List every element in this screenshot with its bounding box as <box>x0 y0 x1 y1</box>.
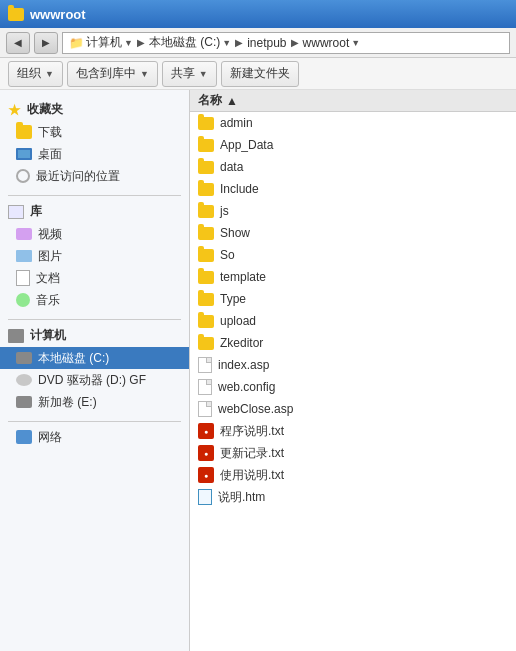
table-row[interactable]: Include <box>190 178 516 200</box>
forward-button[interactable]: ▶ <box>34 32 58 54</box>
folder-icon <box>198 315 214 328</box>
folder-icon <box>198 139 214 152</box>
include-dropdown-arrow: ▼ <box>140 69 149 79</box>
library-section: 库 视频 图片 文档 音乐 <box>0 200 189 311</box>
address-bar: ◀ ▶ 📁 计算机 ▼ ▶ 本地磁盘 (C:) ▼ ▶ inetpub ▶ ww… <box>0 28 516 58</box>
new-volume-icon <box>16 396 32 408</box>
table-row[interactable]: upload <box>190 310 516 332</box>
folder-icon <box>198 205 214 218</box>
table-row[interactable]: js <box>190 200 516 222</box>
sidebar-item-hdd[interactable]: 本地磁盘 (C:) <box>0 347 189 369</box>
file-icon <box>198 357 212 373</box>
table-row[interactable]: template <box>190 266 516 288</box>
music-icon <box>16 293 30 307</box>
sidebar-item-video[interactable]: 视频 <box>0 223 189 245</box>
file-name: template <box>220 270 266 284</box>
network-section: 网络 <box>0 426 189 448</box>
sidebar-item-desktop[interactable]: 桌面 <box>0 143 189 165</box>
image-icon <box>16 250 32 262</box>
table-row[interactable]: Show <box>190 222 516 244</box>
table-row[interactable]: webClose.asp <box>190 398 516 420</box>
star-icon: ★ <box>8 102 21 118</box>
library-label: 库 <box>30 203 42 220</box>
special-txt-icon: ● <box>198 445 214 461</box>
sidebar-divider-2 <box>8 319 181 320</box>
file-rows: index.asp web.config webClose.asp ● 程序说明… <box>190 354 516 508</box>
table-row[interactable]: index.asp <box>190 354 516 376</box>
computer-label: 计算机 <box>30 327 66 344</box>
table-row[interactable]: data <box>190 156 516 178</box>
new-folder-button[interactable]: 新建文件夹 <box>221 61 299 87</box>
table-row[interactable]: ● 使用说明.txt <box>190 464 516 486</box>
file-name: Zkeditor <box>220 336 263 350</box>
library-header: 库 <box>0 200 189 223</box>
folder-icon <box>198 227 214 240</box>
file-name: data <box>220 160 243 174</box>
table-row[interactable]: admin <box>190 112 516 134</box>
hdd-icon <box>16 352 32 364</box>
toolbar: 组织 ▼ 包含到库中 ▼ 共享 ▼ 新建文件夹 <box>0 58 516 90</box>
path-dropdown-4[interactable]: ▼ <box>351 38 360 48</box>
file-list-header[interactable]: 名称 ▲ <box>190 90 516 112</box>
network-icon <box>16 430 32 444</box>
dvd-icon <box>16 374 32 386</box>
title-bar: wwwroot <box>0 0 516 28</box>
file-name: 更新记录.txt <box>220 445 284 462</box>
folder-icon <box>198 293 214 306</box>
file-name: js <box>220 204 229 218</box>
file-name: 说明.htm <box>218 489 265 506</box>
table-row[interactable]: So <box>190 244 516 266</box>
file-list: 名称 ▲ admin App_Data data Include js Show… <box>190 90 516 651</box>
table-row[interactable]: ● 更新记录.txt <box>190 442 516 464</box>
share-button[interactable]: 共享 ▼ <box>162 61 217 87</box>
back-button[interactable]: ◀ <box>6 32 30 54</box>
download-folder-icon <box>16 125 32 139</box>
include-library-button[interactable]: 包含到库中 ▼ <box>67 61 158 87</box>
file-name: 程序说明.txt <box>220 423 284 440</box>
organize-dropdown-arrow: ▼ <box>45 69 54 79</box>
title-folder-icon <box>8 6 24 22</box>
special-txt-icon: ● <box>198 467 214 483</box>
video-icon <box>16 228 32 240</box>
file-name: Type <box>220 292 246 306</box>
favorites-label: 收藏夹 <box>27 101 63 118</box>
table-row[interactable]: Type <box>190 288 516 310</box>
folder-icon <box>198 117 214 130</box>
sidebar-item-new-volume[interactable]: 新加卷 (E:) <box>0 391 189 413</box>
path-dropdown-1[interactable]: ▼ <box>124 38 133 48</box>
path-arrow-1: ▶ <box>137 37 145 48</box>
computer-section: 计算机 本地磁盘 (C:) DVD 驱动器 (D:) GF 新加卷 (E:) <box>0 324 189 413</box>
table-row[interactable]: App_Data <box>190 134 516 156</box>
file-icon <box>198 379 212 395</box>
table-row[interactable]: 说明.htm <box>190 486 516 508</box>
path-dropdown-2[interactable]: ▼ <box>222 38 231 48</box>
sidebar-item-download[interactable]: 下载 <box>0 121 189 143</box>
htm-icon <box>198 489 212 505</box>
path-segment-4: wwwroot ▼ <box>303 36 361 50</box>
sidebar-item-recent[interactable]: 最近访问的位置 <box>0 165 189 187</box>
column-name: 名称 ▲ <box>198 92 508 109</box>
file-name: web.config <box>218 380 275 394</box>
doc-icon <box>16 270 30 286</box>
sidebar-item-doc[interactable]: 文档 <box>0 267 189 289</box>
sidebar-item-dvd[interactable]: DVD 驱动器 (D:) GF <box>0 369 189 391</box>
organize-button[interactable]: 组织 ▼ <box>8 61 63 87</box>
folder-rows: admin App_Data data Include js Show So t… <box>190 112 516 354</box>
file-icon <box>198 401 212 417</box>
folder-icon <box>198 271 214 284</box>
folder-icon <box>198 249 214 262</box>
sidebar-divider-1 <box>8 195 181 196</box>
file-name: App_Data <box>220 138 273 152</box>
file-name: index.asp <box>218 358 269 372</box>
address-path[interactable]: 📁 计算机 ▼ ▶ 本地磁盘 (C:) ▼ ▶ inetpub ▶ wwwroo… <box>62 32 510 54</box>
path-segment-2: 本地磁盘 (C:) ▼ <box>149 34 231 51</box>
table-row[interactable]: ● 程序说明.txt <box>190 420 516 442</box>
sidebar-item-image[interactable]: 图片 <box>0 245 189 267</box>
table-row[interactable]: Zkeditor <box>190 332 516 354</box>
favorites-header: ★ 收藏夹 <box>0 98 189 121</box>
table-row[interactable]: web.config <box>190 376 516 398</box>
computer-icon <box>8 329 24 343</box>
sidebar-item-network[interactable]: 网络 <box>0 426 189 448</box>
window-title: wwwroot <box>30 7 86 22</box>
sidebar-item-music[interactable]: 音乐 <box>0 289 189 311</box>
